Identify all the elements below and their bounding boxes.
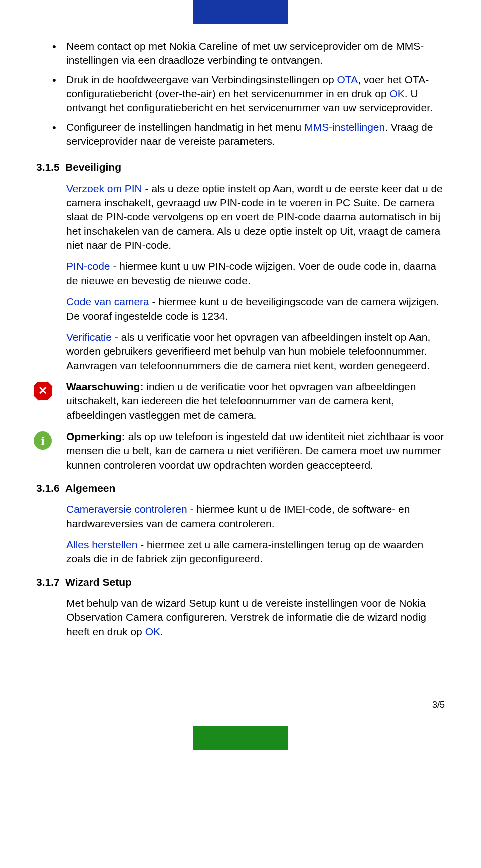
section-heading-316: 3.1.6Algemeen	[36, 481, 445, 495]
keyword: PIN-code	[66, 260, 110, 272]
paragraph: Met behulp van de wizard Setup kunt u de…	[66, 596, 445, 639]
keyword: MMS-instellingen	[304, 121, 385, 133]
info-glyph: i	[41, 432, 45, 449]
paragraph: Alles herstellen - hiermee zet u alle ca…	[66, 538, 445, 566]
info-icon: i	[33, 430, 53, 451]
section-title: Algemeen	[65, 482, 115, 494]
keyword: Verzoek om PIN	[66, 183, 142, 194]
section-body-316: Cameraversie controleren - hiermee kunt …	[36, 502, 445, 566]
paragraph-text: - als u verificatie voor het opvragen va…	[66, 331, 430, 371]
paragraph-text: - hiermee kunt u uw PIN-code wijzigen. V…	[66, 260, 436, 286]
section-body-315: Verzoek om PIN - als u deze optie instel…	[36, 182, 445, 373]
warning-note: Waarschuwing: indien u de verificatie vo…	[33, 380, 445, 422]
paragraph: PIN-code - hiermee kunt u uw PIN-code wi…	[66, 259, 445, 288]
keyword: Code van camera	[66, 296, 149, 307]
section-heading-317: 3.1.7Wizard Setup	[36, 575, 445, 589]
icon-cell	[33, 380, 66, 401]
footer-bar	[193, 726, 288, 750]
paragraph-text: Met behulp van de wizard Setup kunt u de…	[66, 597, 426, 637]
warning-text: Waarschuwing: indien u de verificatie vo…	[66, 380, 445, 422]
paragraph: Code van camera - hiermee kunt u de beve…	[66, 295, 445, 323]
bullet-text: Neem contact op met Nokia Careline of me…	[66, 40, 424, 66]
header-bar	[193, 0, 288, 24]
list-item: Configureer de instellingen handmatig in…	[66, 120, 445, 149]
keyword: OK	[145, 626, 160, 637]
section-number: 3.1.7	[36, 575, 65, 589]
list-item: Neem contact op met Nokia Careline of me…	[66, 39, 445, 68]
bullet-list: Neem contact op met Nokia Careline of me…	[36, 39, 445, 148]
section-body-317: Met behulp van de wizard Setup kunt u de…	[36, 596, 445, 639]
bullet-text: Druk in de hoofdweergave van Verbindings…	[66, 74, 337, 85]
warning-label: Waarschuwing:	[66, 381, 143, 392]
paragraph-text: .	[160, 626, 163, 637]
warning-icon	[33, 381, 53, 401]
keyword: OK	[389, 88, 404, 99]
paragraph: Verzoek om PIN - als u deze optie instel…	[66, 182, 445, 253]
info-note: i Opmerking: als op uw telefoon is inges…	[33, 429, 445, 472]
section-number: 3.1.5	[36, 160, 65, 174]
paragraph: Verificatie - als u verificatie voor het…	[66, 330, 445, 373]
section-heading-315: 3.1.5Beveiliging	[36, 160, 445, 174]
section-title: Wizard Setup	[65, 576, 132, 588]
bullet-text: Configureer de instellingen handmatig in…	[66, 121, 304, 133]
document-body: Neem contact op met Nokia Careline of me…	[0, 39, 481, 639]
page-number: 3/5	[0, 699, 481, 711]
keyword: OTA	[337, 74, 358, 85]
keyword: Verificatie	[66, 331, 112, 343]
list-item: Druk in de hoofdweergave van Verbindings…	[66, 73, 445, 115]
paragraph: Cameraversie controleren - hiermee kunt …	[66, 502, 445, 531]
info-text: Opmerking: als op uw telefoon is ingeste…	[66, 429, 445, 472]
keyword: Cameraversie controleren	[66, 503, 187, 515]
section-title: Beveiliging	[65, 161, 121, 173]
info-label: Opmerking:	[66, 430, 125, 442]
keyword: Alles herstellen	[66, 539, 137, 550]
icon-cell: i	[33, 429, 66, 451]
section-number: 3.1.6	[36, 481, 65, 495]
